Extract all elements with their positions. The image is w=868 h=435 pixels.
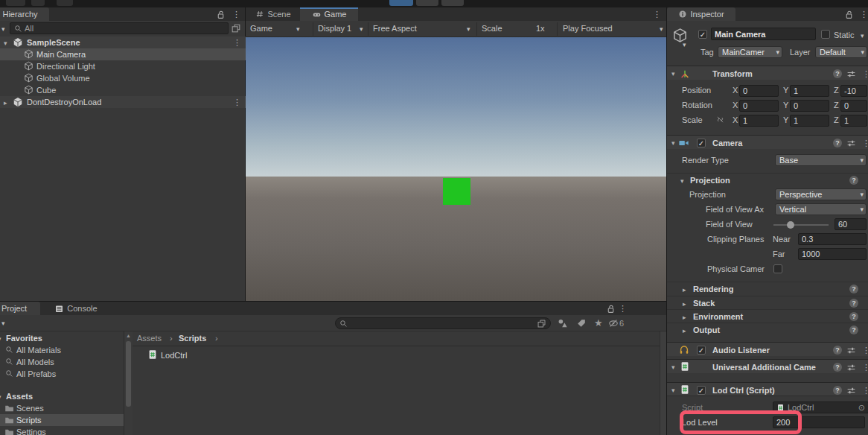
stack-foldout[interactable]: ▸ Stack ? [667,296,868,309]
projection-section-header[interactable]: ▾ Projection ? [667,173,868,186]
near-field[interactable]: 0.3 [798,233,867,245]
favorite-item-all-prefabs[interactable]: All Prefabs [0,368,124,380]
inspector-menu-icon[interactable]: ⋮ [860,10,868,19]
component-menu-icon[interactable]: ⋮ [862,363,868,372]
gameobject-icon-chevron[interactable]: ▾ [683,41,686,48]
rotation-z-field[interactable]: 0 [840,100,867,112]
toolbar-tool-button[interactable] [6,0,25,6]
universal-additional-camera-header[interactable]: ▾ Universal Additional Came ? ⋮ [667,359,868,373]
help-icon[interactable]: ? [849,176,858,185]
project-menu-icon[interactable]: ⋮ [619,304,627,313]
foldout-closed-icon[interactable]: ▸ [4,99,7,107]
asset-pane-scrollbar[interactable] [660,331,666,435]
rendering-foldout[interactable]: ▸ Rendering ? [667,282,868,295]
row-menu-icon[interactable]: ⋮ [233,98,241,107]
rotation-x-field[interactable]: 0 [739,100,779,112]
open-in-window-icon[interactable] [537,319,546,328]
aspect-dropdown[interactable]: Free Aspect [373,24,417,34]
audio-listener-header[interactable]: ✓ Audio Listener ? ⋮ [667,342,868,356]
toolbar-tool-button[interactable] [31,0,45,6]
position-x-field[interactable]: 0 [739,85,779,97]
scale-y-field[interactable]: 1 [790,115,829,127]
camera-header[interactable]: ▾ ✓ Camera ? ⋮ [667,135,868,149]
hierarchy-menu-icon[interactable]: ⋮ [232,10,240,19]
foldout-open-icon[interactable]: ▾ [671,387,675,394]
game-viewport[interactable] [246,37,666,301]
folder-row-scenes[interactable]: Scenes [0,402,124,414]
lod-ctrl-header[interactable]: ▾ ✓ Lod Ctrl (Script) ? ⋮ [667,382,868,396]
projection-dropdown[interactable]: Perspective ▾ [775,188,867,200]
step-button[interactable] [441,0,464,6]
lock-icon[interactable] [216,10,226,19]
tree-row-scene[interactable]: ▾ SampleScene ⋮ [0,36,246,48]
tab-scene[interactable]: Scene [249,7,298,21]
tree-row-main-camera[interactable]: Main Camera [0,48,246,60]
foldout-open-icon[interactable]: ▾ [671,363,675,371]
folder-row-settings[interactable]: Settings [0,426,124,435]
scale-x-field[interactable]: 1 [739,115,779,127]
play-button[interactable] [389,0,413,6]
search-by-label-icon[interactable] [576,318,587,328]
link-broken-icon[interactable] [715,115,725,124]
presets-icon[interactable] [846,386,856,396]
project-search-input[interactable] [335,317,551,329]
row-menu-icon[interactable]: ⋮ [233,38,241,47]
hidden-packages-icon[interactable] [608,318,619,328]
lock-icon[interactable] [606,304,616,314]
create-chevron-icon[interactable]: ▾ [1,320,5,327]
static-checkbox[interactable] [821,30,830,39]
tab-project[interactable]: Project [0,302,40,315]
favorite-item-all-models[interactable]: All Models [0,356,124,368]
folder-row-scripts[interactable]: Scripts [0,414,124,426]
scrollbar-thumb[interactable] [126,341,131,407]
tree-row-dontdestroyonload[interactable]: ▸ DontDestroyOnLoad ⋮ [0,96,246,108]
position-z-field[interactable]: -10 [840,85,867,97]
rotation-y-field[interactable]: 0 [790,100,829,112]
component-menu-icon[interactable]: ⋮ [862,139,868,147]
play-focused-dropdown[interactable]: Play Focused [563,24,613,34]
output-foldout[interactable]: ▸ Output ? [667,323,868,336]
help-icon[interactable]: ? [833,346,842,355]
game-menu-icon[interactable]: ⋮ [653,10,661,19]
fov-slider-track[interactable] [773,224,829,226]
gameobject-name-field[interactable]: Main Camera [711,28,816,40]
tree-row-cube[interactable]: Cube [0,84,246,96]
transform-header[interactable]: ▾ Transform ? ⋮ [667,66,868,80]
foldout-open-icon[interactable]: ▾ [680,177,684,185]
help-icon[interactable]: ? [833,386,842,395]
foldout-open-icon[interactable]: ▾ [4,39,7,47]
help-icon[interactable]: ? [849,312,858,321]
tab-hierarchy[interactable]: Hierarchy [0,7,49,21]
presets-icon[interactable] [846,363,856,372]
fov-slider-knob[interactable] [787,221,794,229]
tree-row-global-volume[interactable]: Global Volume [0,72,246,84]
help-icon[interactable]: ? [833,69,842,78]
favorites-star-icon[interactable]: ★ [594,318,603,328]
scale-z-field[interactable]: 1 [840,115,867,127]
position-y-field[interactable]: 1 [790,85,829,97]
search-filter-chevron-icon[interactable]: ▾ [1,25,5,33]
favorite-item-all-materials[interactable]: All Materials [0,344,124,356]
display-target-dropdown[interactable]: Game [250,24,272,34]
hierarchy-search-input[interactable]: All [10,22,229,34]
tab-console[interactable]: Console [41,302,111,315]
breadcrumb-current[interactable]: Scripts [179,334,206,343]
help-icon[interactable]: ? [833,363,842,372]
static-chevron-icon[interactable]: ▾ [861,32,864,39]
presets-icon[interactable] [846,69,856,79]
environment-foldout[interactable]: ▸ Environment ? [667,309,868,323]
asset-item-lodctrl[interactable]: LodCtrl [143,349,232,362]
foldout-open-icon[interactable]: ▾ [671,70,675,77]
tag-dropdown[interactable]: MainCamer ▾ [718,46,782,58]
far-field[interactable]: 1000 [798,248,867,260]
tab-inspector[interactable]: Inspector [667,7,735,21]
physical-camera-checkbox[interactable] [773,264,782,273]
pause-button[interactable] [416,0,438,6]
help-icon[interactable]: ? [849,285,858,293]
object-picker-icon[interactable]: ⊙ [858,403,865,413]
tab-game[interactable]: Game [300,7,358,21]
open-in-window-icon[interactable] [231,23,241,34]
camera-enabled-checkbox[interactable]: ✓ [697,139,706,147]
display-dropdown[interactable]: Display 1 [318,24,351,34]
foldout-open-icon[interactable]: ▾ [671,139,675,147]
